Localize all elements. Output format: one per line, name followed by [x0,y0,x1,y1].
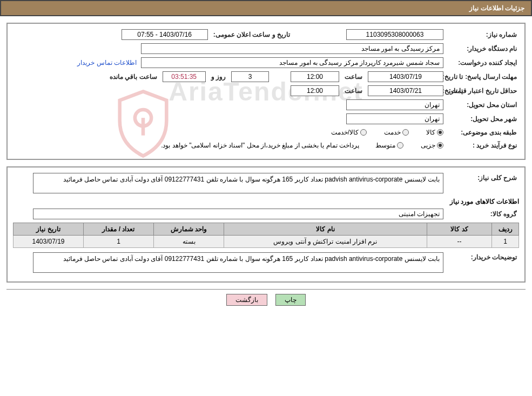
radio-both[interactable] [360,129,367,136]
buyer-contact-link[interactable]: اطلاعات تماس خریدار [77,59,141,66]
goods-group-label: گروه کالا: [443,209,519,219]
radio-service[interactable] [402,129,409,136]
need-number-label: شماره نیاز: [443,30,519,39]
td-qty: 1 [84,236,154,248]
city-value: تهران [346,113,443,124]
details-panel: AriaTender.net شماره نیاز: 1103095308000… [6,23,526,160]
deadline-to: تا تاریخ: [443,72,465,82]
row-buyer-org: نام دستگاه خریدار: مرکز رسیدگی به امور م… [13,43,519,54]
row-goods-group: گروه کالا: تجهیزات امنیتی [13,209,519,219]
row-validity: حداقل تاریخ اعتبار قیمت: تا تاریخ: 1403/… [13,85,519,96]
page-title: جزئیات اطلاعات نیاز [469,4,524,12]
row-deadline: مهلت ارسال پاسخ: تا تاریخ: 1403/07/19 سا… [13,71,519,82]
requester-label: ایجاد کننده درخواست: [443,58,519,68]
th-code: کد کالا [427,223,492,236]
announce-date-value: 1403/07/16 - 07:55 [122,29,208,40]
requester-value: سجاد شمس شیرمرد کارپرداز مرکز رسیدگی به … [141,57,443,68]
deadline-time: 12:00 [291,71,339,82]
validity-date: 1403/07/21 [368,85,443,96]
th-date: تاریخ نیاز [14,223,84,236]
category-label: طبقه بندی موضوعی: [443,127,519,137]
row-need-desc: شرح کلی نیاز: بابت لایسنس padvish antivi… [13,173,519,193]
footer-actions: چاپ بازگشت [6,289,526,310]
buyer-org-label: نام دستگاه خریدار: [443,44,519,53]
td-code: -- [427,236,492,248]
purchase-type-label: نوع فرآیند خرید : [443,140,519,150]
td-name: نرم افزار امنیت تراکنش و آنتی ویروس [224,236,427,248]
goods-table: ردیف کد کالا نام کالا واحد شمارش تعداد /… [13,223,519,248]
category-radio-group: کالا خدمت کالا/خدمت [331,129,443,136]
buyer-org-value: مرکز رسیدگی به امور مساجد [141,43,443,54]
td-date: 1403/07/19 [14,236,84,248]
row-purchase-type: نوع فرآیند خرید : جزیی متوسط پرداخت تمام… [13,140,519,150]
province-value: تهران [346,99,443,110]
validity-time-label: ساعت [342,86,365,96]
td-row: 1 [492,236,519,248]
th-name: نام کالا [224,223,427,236]
goods-panel: شرح کلی نیاز: بابت لایسنس padvish antivi… [6,166,526,283]
back-button[interactable]: بازگشت [226,294,267,306]
province-label: استان محل تحویل: [443,100,519,110]
purchase-note: پرداخت تمام یا بخشی از مبلغ خرید،از محل … [161,142,359,149]
table-row: 1 -- نرم افزار امنیت تراکنش و آنتی ویروس… [14,236,519,248]
deadline-time-label: ساعت [342,72,365,82]
th-row: ردیف [492,223,519,236]
radio-medium[interactable] [397,142,403,149]
page-header: جزئیات اطلاعات نیاز [0,0,532,16]
row-need-number: شماره نیاز: 1103095308000063 تاریخ و ساع… [13,29,519,40]
radio-minor[interactable] [437,142,443,149]
radio-medium-label: متوسط [375,142,395,149]
need-desc-value: بابت لایسنس padvish antivirus-corporate … [33,173,443,193]
radio-goods-label: کالا [426,129,435,136]
buyer-notes-label: توضیحات خریدار: [443,252,519,262]
goods-info-title: اطلاعات کالاهای مورد نیاز [13,198,519,205]
deadline-date: 1403/07/19 [368,71,443,82]
announce-date-label: تاریخ و ساعت اعلان عمومی: [211,30,292,39]
radio-minor-label: جزیی [421,142,435,149]
th-qty: تعداد / مقدار [84,223,154,236]
radio-both-label: کالا/خدمت [331,129,359,136]
row-city: شهر محل تحویل: تهران [13,113,519,124]
deadline-days-label: روز و [209,72,228,82]
table-header-row: ردیف کد کالا نام کالا واحد شمارش تعداد /… [14,223,519,236]
need-number-value: 1103095308000063 [346,29,443,40]
need-desc-label: شرح کلی نیاز: [443,173,519,183]
radio-goods[interactable] [437,129,443,136]
validity-time: 12:00 [291,85,339,96]
th-unit: واحد شمارش [154,223,224,236]
row-province: استان محل تحویل: تهران [13,99,519,110]
deadline-days: 3 [231,71,269,82]
radio-service-label: خدمت [384,129,401,136]
print-button[interactable]: چاپ [275,294,306,306]
row-category: طبقه بندی موضوعی: کالا خدمت کالا/خدمت [13,127,519,137]
purchase-type-radio-group: جزیی متوسط [375,142,443,149]
deadline-label: مهلت ارسال پاسخ: [465,72,519,82]
deadline-remain-label: ساعت باقي مانده [107,72,159,82]
deadline-remain: 03:51:35 [163,71,206,82]
row-requester: ایجاد کننده درخواست: سجاد شمس شیرمرد کار… [13,57,519,68]
buyer-notes-value: بابت لایسنس padvish antivirus-corporate … [33,252,443,273]
td-unit: بسته [154,236,224,248]
row-buyer-notes: توضیحات خریدار: بابت لایسنس padvish anti… [13,252,519,273]
validity-to: تا تاریخ: [443,86,465,96]
city-label: شهر محل تحویل: [443,114,519,124]
goods-group-value: تجهیزات امنیتی [33,209,443,219]
